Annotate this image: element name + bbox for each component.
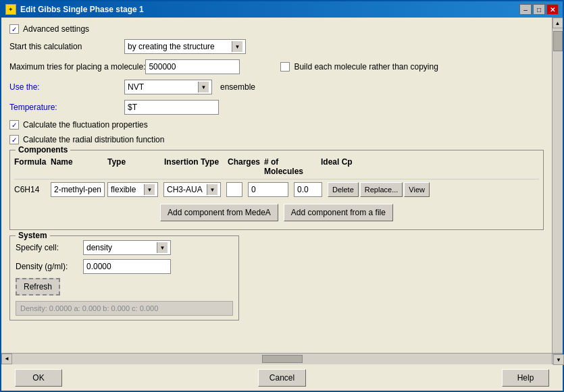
title-controls: – □ ✕ [519,4,559,15]
use-the-row: Use the: NVT ▼ ensemble [9,80,544,94]
add-file-button[interactable]: Add component from a file [284,204,393,221]
calc-radial-checkbox[interactable] [9,135,19,144]
build-molecule-label: Build each molecule rather than copying [294,62,438,72]
use-the-label: Use the: [9,82,124,92]
delete-button[interactable]: Delete [328,182,359,197]
col-header-charges: Charges [228,157,261,176]
table-row: C6H14 flexible ▼ CH3-AUA ▼ Delete [14,179,539,200]
system-group-label: System [16,231,50,240]
window-body: Advanced settings Start this calculation… [1,18,563,353]
scroll-up-arrow[interactable]: ▲ [553,18,563,28]
window-title: Edit Gibbs Single Phase stage 1 [20,5,144,14]
specify-cell-row: Specify cell: density ▼ [16,240,233,255]
start-calc-arrow-icon: ▼ [232,41,242,52]
close-button[interactable]: ✕ [546,4,559,15]
row-formula: C6H14 [14,185,48,194]
row-idealcp-input[interactable] [294,182,322,197]
start-calc-value: by creating the structure [128,42,215,51]
specify-cell-value: density [86,243,112,252]
ok-button[interactable]: OK [15,369,62,387]
footer: OK Cancel Help [1,364,563,391]
row-type-dropdown[interactable]: flexible ▼ [107,182,158,197]
components-header: Formula Name Type Insertion Type Charges… [14,155,539,179]
row-nmol-input[interactable] [248,182,288,197]
col-header-type: Type [107,157,161,176]
density-status-bar: Density: 0.0000 a: 0.000 b: 0.000 c: 0.0… [16,301,233,316]
refresh-button[interactable]: Refresh [16,278,60,296]
components-group-label: Components [16,145,70,155]
advanced-settings-checkbox[interactable] [9,24,19,34]
add-buttons-row: Add component from MedeA Add component f… [14,200,539,225]
scroll-track [12,354,552,364]
calc-radial-label: Calculate the radial distribution functi… [23,135,164,144]
calc-fluctuation-checkbox[interactable] [9,120,19,130]
main-window: ✦ Edit Gibbs Single Phase stage 1 – □ ✕ … [0,0,564,392]
temperature-input[interactable] [124,100,219,115]
calc-radial-row: Calculate the radial distribution functi… [9,135,544,144]
row-type-arrow-icon: ▼ [144,184,155,195]
density-row: Density (g/ml): [16,259,233,274]
col-header-formula: Formula [14,157,48,176]
col-header-name: Name [51,157,105,176]
row-name-input[interactable] [51,182,105,197]
temperature-row: Temperature: [9,100,544,115]
specify-cell-label: Specify cell: [16,243,83,252]
scroll-left-arrow[interactable]: ◄ [1,354,12,364]
calc-fluctuation-row: Calculate the fluctuation properties [9,120,544,130]
row-insertion-value: CH3-AUA [167,185,203,194]
title-bar-left: ✦ Edit Gibbs Single Phase stage 1 [5,4,144,15]
minimize-button[interactable]: – [519,4,532,15]
specify-cell-dropdown[interactable]: density ▼ [83,240,171,255]
col-header-nmol: # of Molecules [264,157,318,176]
view-button[interactable]: View [404,182,430,197]
use-the-dropdown[interactable]: NVT ▼ [124,80,212,94]
build-molecule-checkbox[interactable] [280,62,290,72]
system-group: System Specify cell: density ▼ Density (… [9,235,239,320]
vertical-scrollbar: ▲ ▼ [552,18,563,353]
main-content: Advanced settings Start this calculation… [1,18,552,353]
row-type-value: flexible [111,185,136,194]
title-bar: ✦ Edit Gibbs Single Phase stage 1 – □ ✕ [1,1,563,18]
add-medeA-button[interactable]: Add component from MedeA [160,204,278,221]
ensemble-label: ensemble [220,82,255,92]
start-calc-dropdown[interactable]: by creating the structure ▼ [124,39,246,54]
row-insertion-arrow-icon: ▼ [207,184,217,195]
advanced-settings-row: Advanced settings [9,24,544,34]
row-charges-input[interactable] [226,182,242,197]
horizontal-scrollbar: ◄ ► [1,353,563,364]
calc-fluctuation-label: Calculate the fluctuation properties [23,120,148,130]
use-the-arrow-icon: ▼ [198,82,209,92]
window-icon: ✦ [5,4,16,15]
restore-button[interactable]: □ [533,4,545,15]
max-tries-row: Maximum tries for placing a molecule: Bu… [9,59,544,74]
start-calc-label: Start this calculation [9,42,124,51]
scroll-thumb[interactable] [553,31,563,51]
max-tries-input[interactable] [145,59,240,74]
advanced-settings-label: Advanced settings [23,24,89,34]
replace-button[interactable]: Replace... [360,182,403,197]
specify-cell-arrow-icon: ▼ [157,242,168,253]
col-header-insertion: Insertion Type [164,157,225,176]
help-button[interactable]: Help [502,369,549,387]
col-header-idealcp: Ideal Cp [321,157,355,176]
cancel-button[interactable]: Cancel [258,369,306,387]
hscroll-thumb[interactable] [262,355,303,363]
max-tries-label: Maximum tries for placing a molecule: [9,62,145,72]
density-input[interactable] [83,259,171,274]
density-label: Density (g/ml): [16,262,83,271]
components-group: Components Formula Name Type Insertion T… [9,150,544,230]
start-calc-row: Start this calculation by creating the s… [9,39,544,54]
row-insertion-dropdown[interactable]: CH3-AUA ▼ [163,182,221,197]
use-the-value: NVT [128,82,144,92]
temperature-label: Temperature: [9,103,124,112]
